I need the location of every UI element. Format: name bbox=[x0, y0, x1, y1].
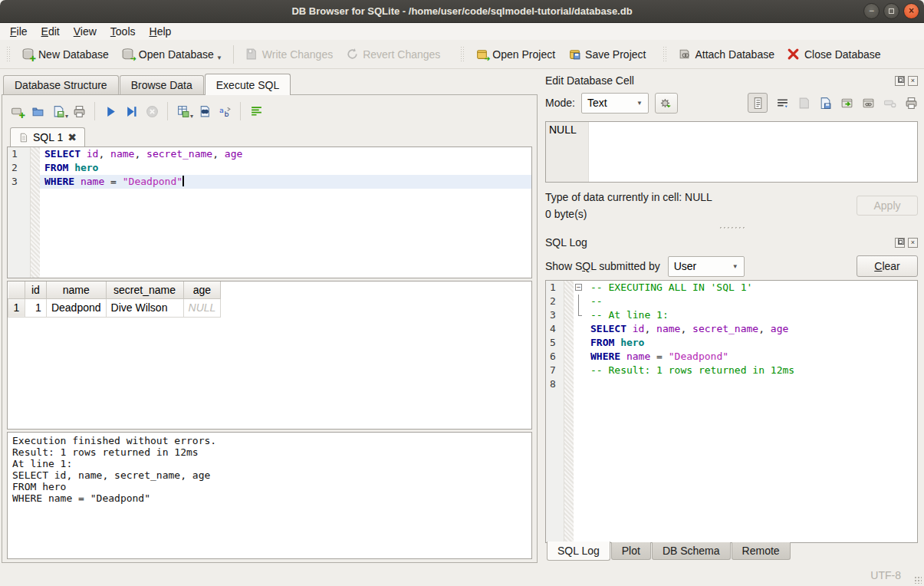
table-cell[interactable]: Deadpond bbox=[46, 298, 106, 317]
line-number: 2 bbox=[546, 295, 564, 308]
menu-item-view[interactable]: View bbox=[67, 24, 104, 39]
find-replace-icon[interactable] bbox=[197, 104, 211, 118]
code-line[interactable]: 1−-- EXECUTING ALL IN 'SQL 1' bbox=[546, 281, 917, 295]
auto-mode-button[interactable] bbox=[655, 93, 678, 114]
minimize-button[interactable]: − bbox=[863, 3, 880, 19]
dock-splitter[interactable] bbox=[545, 222, 918, 232]
print-sql-icon[interactable] bbox=[72, 104, 86, 118]
text-cursor bbox=[182, 176, 184, 186]
column-header-id[interactable]: id bbox=[25, 281, 47, 298]
column-header-name[interactable]: name bbox=[46, 281, 106, 298]
open-project-button[interactable]: ➜ Open Project bbox=[469, 44, 561, 65]
fold-marker[interactable] bbox=[574, 295, 586, 308]
code-text: SELECT id, name, secret_name, age bbox=[40, 147, 531, 161]
export-data-icon[interactable] bbox=[818, 96, 832, 110]
code-line[interactable]: 2-- bbox=[546, 295, 917, 308]
new-sql-tab-icon[interactable]: ✚ bbox=[10, 104, 24, 118]
code-line[interactable]: 2FROM hero bbox=[8, 161, 531, 175]
close-dock-icon[interactable]: × bbox=[908, 238, 918, 248]
menu-item-edit[interactable]: Edit bbox=[35, 24, 67, 39]
code-line[interactable]: 1SELECT id, name, secret_name, age bbox=[8, 147, 531, 161]
menu-item-help[interactable]: Help bbox=[143, 24, 179, 39]
titlebar[interactable]: DB Browser for SQLite - /home/user/code/… bbox=[0, 0, 924, 23]
close-button[interactable]: × bbox=[903, 3, 919, 19]
tab-sql-log[interactable]: SQL Log bbox=[547, 542, 610, 561]
table-cell[interactable]: NULL bbox=[183, 298, 221, 317]
close-dock-icon[interactable]: × bbox=[908, 76, 918, 86]
print-cell-icon[interactable] bbox=[904, 96, 918, 110]
tab-execute-sql[interactable]: Execute SQL bbox=[205, 74, 291, 95]
resize-grip[interactable] bbox=[914, 576, 922, 584]
fold-marker bbox=[574, 364, 586, 377]
code-text: -- bbox=[586, 295, 917, 308]
column-header-age[interactable]: age bbox=[183, 281, 221, 298]
text-view-icon[interactable] bbox=[748, 93, 768, 113]
tab-db-schema[interactable]: DB Schema bbox=[652, 542, 731, 560]
code-line[interactable]: 7-- Result: 1 rows returned in 12ms bbox=[546, 364, 917, 377]
open-database-dropdown-icon[interactable]: ▼ bbox=[216, 54, 222, 61]
menu-item-tools[interactable]: Tools bbox=[104, 24, 143, 39]
open-sql-file-icon[interactable] bbox=[31, 104, 44, 118]
execute-all-icon[interactable] bbox=[104, 104, 117, 118]
attach-database-button[interactable]: Attach Database bbox=[671, 44, 781, 65]
mode-select[interactable]: Text ▼ bbox=[581, 93, 649, 114]
edit-cell-dock-title: Edit Database Cell bbox=[545, 74, 895, 87]
sql-doc-tab-close-icon[interactable]: ✖ bbox=[67, 133, 77, 142]
tab-database-structure[interactable]: Database Structure bbox=[3, 75, 119, 94]
float-dock-icon[interactable] bbox=[895, 76, 905, 86]
execution-message-box[interactable]: Execution finished without errors. Resul… bbox=[7, 432, 532, 559]
toolbar-handle[interactable] bbox=[6, 46, 12, 63]
float-dock-icon[interactable] bbox=[895, 238, 905, 248]
format-sql-icon[interactable]: ab bbox=[218, 104, 232, 118]
clear-log-button[interactable]: Clear bbox=[857, 255, 918, 277]
code-line[interactable]: 3-- At line 1: bbox=[546, 308, 917, 322]
sql-editor[interactable]: 1SELECT id, name, secret_name, age2FROM … bbox=[7, 146, 532, 278]
word-wrap-cell-icon[interactable] bbox=[775, 96, 789, 110]
row-number-cell[interactable]: 1 bbox=[8, 298, 25, 317]
sql-log-filter-select[interactable]: User ▼ bbox=[668, 256, 745, 277]
fold-margin-cell bbox=[564, 322, 574, 336]
close-database-button[interactable]: Close Database bbox=[781, 44, 887, 65]
cell-type-text: Type of data currently in cell: NULL bbox=[545, 189, 857, 206]
fold-marker[interactable] bbox=[574, 308, 586, 322]
cell-value-editor[interactable]: NULL bbox=[545, 121, 918, 183]
fold-margin-cell bbox=[564, 336, 574, 350]
code-line[interactable]: 8 bbox=[546, 377, 917, 391]
new-database-button[interactable]: ✚ New Database bbox=[15, 44, 115, 65]
column-header-secret_name[interactable]: secret_name bbox=[106, 281, 183, 298]
table-cell[interactable]: 1 bbox=[25, 298, 47, 317]
menu-item-file[interactable]: File bbox=[3, 24, 35, 39]
execute-current-line-icon[interactable] bbox=[124, 104, 138, 118]
dock-tab-bar: SQL Log Plot DB Schema Remote bbox=[545, 542, 918, 564]
word-wrap-icon[interactable] bbox=[249, 104, 263, 118]
cell-value-area[interactable] bbox=[589, 122, 917, 182]
save-sql-file-icon[interactable]: ▾ bbox=[51, 104, 65, 118]
save-results-icon[interactable]: ▾ bbox=[176, 104, 190, 118]
fold-margin-cell bbox=[31, 175, 40, 189]
fold-marker bbox=[574, 336, 586, 350]
save-results-dropdown-icon[interactable]: ▾ bbox=[190, 113, 193, 120]
revert-changes-icon bbox=[345, 48, 359, 61]
execute-sql-pane: ✚ ▾ bbox=[2, 94, 538, 563]
open-external-icon[interactable] bbox=[840, 96, 853, 110]
code-line[interactable]: 6WHERE name = "Deadpond" bbox=[546, 350, 917, 364]
save-sql-dropdown-icon[interactable]: ▾ bbox=[65, 113, 68, 120]
maximize-button[interactable] bbox=[883, 3, 899, 19]
toolbar-handle[interactable] bbox=[663, 46, 668, 63]
open-database-button[interactable]: ➜ Open Database ▼ bbox=[115, 44, 229, 65]
copy-link-icon[interactable] bbox=[861, 96, 875, 110]
tab-browse-data[interactable]: Browse Data bbox=[120, 75, 204, 94]
code-line[interactable]: 3WHERE name = "Deadpond" bbox=[8, 175, 531, 189]
row-number-header[interactable] bbox=[8, 281, 25, 298]
code-line[interactable]: 5FROM hero bbox=[546, 336, 917, 350]
tab-plot[interactable]: Plot bbox=[611, 542, 651, 560]
tab-remote[interactable]: Remote bbox=[732, 542, 791, 560]
toolbar-handle[interactable] bbox=[460, 46, 465, 63]
sql-doc-tab[interactable]: SQL 1 ✖ bbox=[10, 127, 85, 146]
sql-log-view[interactable]: 1−-- EXECUTING ALL IN 'SQL 1'2--3-- At l… bbox=[545, 280, 918, 543]
open-project-icon: ➜ bbox=[475, 48, 488, 61]
code-line[interactable]: 4SELECT id, name, secret_name, age bbox=[546, 322, 917, 336]
fold-marker[interactable]: − bbox=[574, 281, 586, 295]
save-project-button[interactable]: Save Project bbox=[561, 44, 652, 65]
table-cell[interactable]: Dive Wilson bbox=[106, 298, 183, 317]
